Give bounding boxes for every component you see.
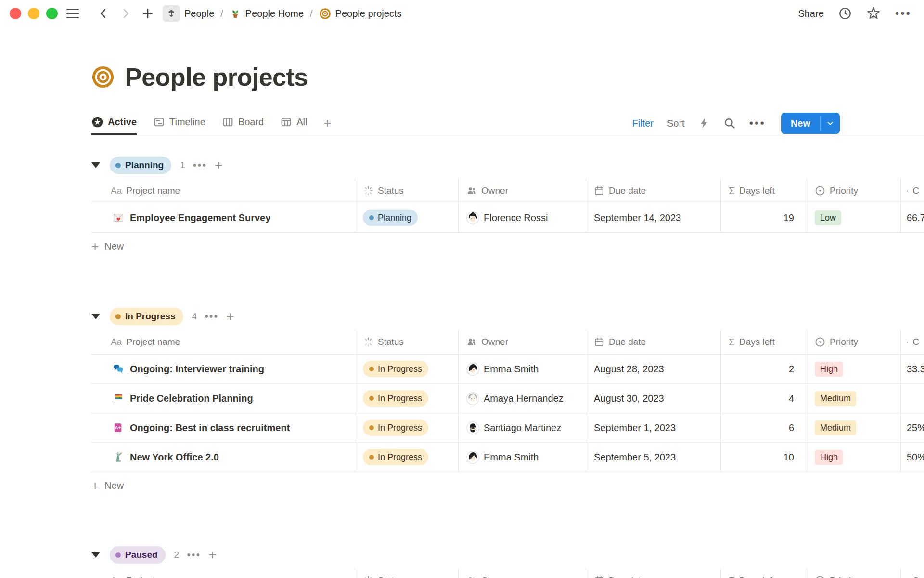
- group-options-button[interactable]: •••: [193, 160, 207, 171]
- due-date-cell[interactable]: September 14, 2023: [586, 203, 721, 232]
- group-options-button[interactable]: •••: [205, 311, 218, 322]
- column-header-completion[interactable]: C: [901, 568, 924, 578]
- forward-button[interactable]: [118, 6, 133, 21]
- column-header-status[interactable]: Status: [355, 179, 459, 203]
- priority-cell[interactable]: High: [807, 355, 901, 383]
- status-cell[interactable]: In Progress: [355, 413, 459, 442]
- breadcrumb-item-people-projects[interactable]: People projects: [335, 8, 402, 19]
- owner-cell[interactable]: Emma Smith: [459, 443, 586, 472]
- due-date-cell[interactable]: August 28, 2023: [586, 355, 721, 383]
- breadcrumb-item-people-home[interactable]: People Home: [245, 8, 304, 19]
- column-header-due-date[interactable]: Due date: [586, 179, 721, 203]
- column-header-days-left[interactable]: Σ Days left: [721, 179, 807, 203]
- column-header-owner[interactable]: Owner: [459, 330, 586, 354]
- tab-active[interactable]: Active: [91, 112, 137, 135]
- table-row[interactable]: New York Office 2.0 In Progress Emma Smi…: [91, 443, 924, 472]
- column-header-completion[interactable]: C: [901, 330, 924, 354]
- collapse-triangle-icon[interactable]: [91, 162, 100, 168]
- zoom-window-button[interactable]: [46, 8, 58, 19]
- project-name-cell[interactable]: A+ Ongoing: Best in class recruitment: [91, 413, 355, 442]
- search-button[interactable]: [723, 117, 736, 130]
- collapse-triangle-icon[interactable]: [91, 552, 100, 558]
- target-icon[interactable]: [91, 66, 115, 89]
- project-name-cell[interactable]: Ongoing: Interviewer training: [91, 355, 355, 383]
- add-view-button[interactable]: +: [323, 112, 331, 135]
- group-options-button[interactable]: •••: [187, 550, 201, 560]
- sort-button[interactable]: Sort: [667, 118, 685, 129]
- filter-button[interactable]: Filter: [632, 118, 654, 129]
- project-name-cell[interactable]: New York Office 2.0: [91, 443, 355, 472]
- new-button[interactable]: New: [781, 113, 820, 134]
- column-header-days-left[interactable]: Σ Days left: [721, 330, 807, 354]
- group-add-button[interactable]: +: [226, 310, 234, 323]
- group-status-pill[interactable]: Paused: [110, 546, 166, 564]
- status-cell[interactable]: In Progress: [355, 443, 459, 472]
- project-name-cell[interactable]: Employee Engagement Survey: [91, 203, 355, 232]
- table-row[interactable]: Employee Engagement Survey Planning Flor…: [91, 203, 924, 233]
- status-cell[interactable]: In Progress: [355, 355, 459, 383]
- share-button[interactable]: Share: [798, 8, 823, 19]
- column-header-priority[interactable]: Priority: [807, 179, 901, 203]
- priority-cell[interactable]: Low: [807, 203, 901, 232]
- new-split-button[interactable]: New: [781, 113, 840, 134]
- column-header-priority[interactable]: Priority: [807, 330, 901, 354]
- table-row[interactable]: Ongoing: Interviewer training In Progres…: [91, 355, 924, 384]
- column-header-completion[interactable]: C: [901, 179, 924, 203]
- sidebar-toggle-icon[interactable]: [66, 9, 79, 18]
- column-header-days-left[interactable]: Σ Days left: [721, 568, 807, 578]
- project-name-link[interactable]: New York Office 2.0: [130, 452, 219, 463]
- column-header-project-name[interactable]: Aa Project name: [91, 179, 355, 203]
- group-status-pill[interactable]: Planning: [110, 157, 171, 174]
- favorite-star-button[interactable]: [866, 6, 881, 21]
- teamspace-badge[interactable]: [163, 5, 180, 22]
- table-row[interactable]: A+ Ongoing: Best in class recruitment In…: [91, 413, 924, 443]
- project-name-link[interactable]: Pride Celebration Planning: [130, 393, 253, 404]
- group-add-button[interactable]: +: [215, 158, 222, 172]
- column-header-priority[interactable]: Priority: [807, 568, 901, 578]
- new-dropdown-button[interactable]: [821, 113, 840, 134]
- priority-cell[interactable]: Medium: [807, 384, 901, 413]
- column-header-project-name[interactable]: Aa Project name: [91, 330, 355, 354]
- project-name-link[interactable]: Employee Engagement Survey: [130, 212, 270, 223]
- close-window-button[interactable]: [10, 8, 21, 19]
- back-button[interactable]: [96, 6, 111, 21]
- new-item-row[interactable]: + New: [91, 472, 924, 499]
- updates-clock-button[interactable]: [838, 7, 852, 20]
- days-left-cell: 4: [721, 384, 807, 413]
- collapse-triangle-icon[interactable]: [91, 314, 100, 319]
- new-item-row[interactable]: + New: [91, 233, 924, 260]
- project-name-link[interactable]: Ongoing: Best in class recruitment: [130, 422, 290, 434]
- tab-board[interactable]: Board: [222, 112, 264, 135]
- tab-timeline[interactable]: Timeline: [153, 112, 205, 135]
- column-header-status[interactable]: Status: [355, 330, 459, 354]
- project-name-link[interactable]: Ongoing: Interviewer training: [130, 364, 264, 375]
- automation-button[interactable]: [698, 118, 710, 129]
- column-header-due-date[interactable]: Due date: [586, 568, 721, 578]
- group-add-button[interactable]: +: [208, 548, 216, 562]
- status-cell[interactable]: Planning: [355, 203, 459, 232]
- column-header-due-date[interactable]: Due date: [586, 330, 721, 354]
- new-tab-button[interactable]: [141, 6, 155, 21]
- priority-cell[interactable]: High: [807, 443, 901, 472]
- minimize-window-button[interactable]: [28, 8, 39, 19]
- breadcrumb-item-people[interactable]: People: [184, 8, 214, 19]
- view-options-button[interactable]: •••: [749, 118, 766, 129]
- column-header-owner[interactable]: Owner: [459, 568, 586, 578]
- column-header-owner[interactable]: Owner: [459, 179, 586, 203]
- group-status-pill[interactable]: In Progress: [110, 308, 183, 325]
- status-cell[interactable]: In Progress: [355, 384, 459, 413]
- tab-all[interactable]: All: [280, 112, 307, 135]
- due-date-cell[interactable]: September 5, 2023: [586, 443, 721, 472]
- column-header-status[interactable]: Status: [355, 568, 459, 578]
- table-row[interactable]: Pride Celebration Planning In Progress A…: [91, 384, 924, 413]
- owner-cell[interactable]: Santiago Martinez: [459, 413, 586, 442]
- owner-cell[interactable]: Florence Rossi: [459, 203, 586, 232]
- priority-cell[interactable]: Medium: [807, 413, 901, 442]
- owner-cell[interactable]: Emma Smith: [459, 355, 586, 383]
- column-header-project-name[interactable]: Aa Project name: [91, 568, 355, 578]
- more-options-button[interactable]: •••: [895, 8, 911, 19]
- owner-cell[interactable]: Amaya Hernandez: [459, 384, 586, 413]
- due-date-cell[interactable]: September 1, 2023: [586, 413, 721, 442]
- due-date-cell[interactable]: August 30, 2023: [586, 384, 721, 413]
- project-name-cell[interactable]: Pride Celebration Planning: [91, 384, 355, 413]
